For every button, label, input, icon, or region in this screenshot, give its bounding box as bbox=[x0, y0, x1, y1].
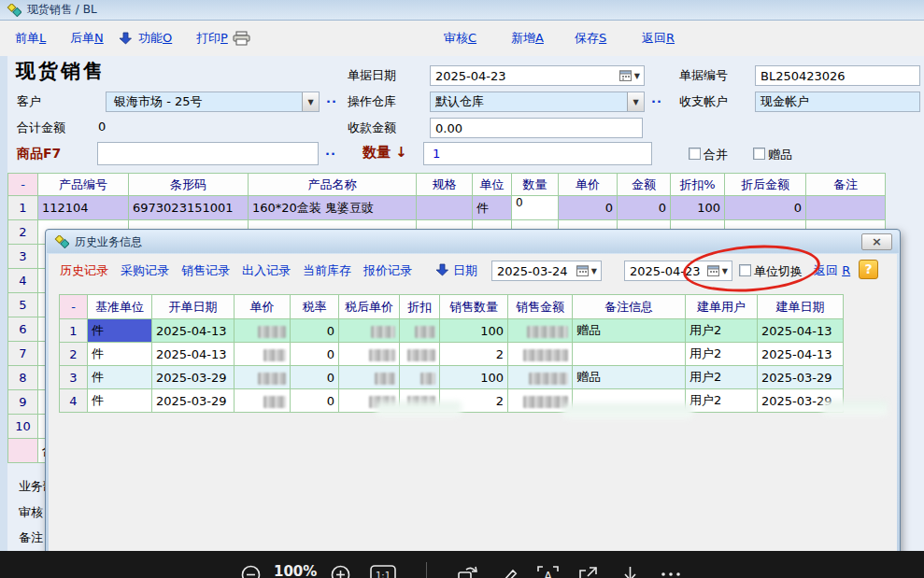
product-input[interactable] bbox=[97, 142, 319, 165]
calendar-icon[interactable]: ▼ bbox=[576, 265, 601, 276]
grid-cell[interactable]: 0 bbox=[291, 319, 339, 343]
zoom-in-icon[interactable] bbox=[331, 565, 350, 578]
grid-cell[interactable]: 0 bbox=[725, 196, 806, 220]
grid-cell[interactable]: 2 bbox=[440, 343, 508, 366]
merge-checkbox[interactable] bbox=[689, 148, 701, 160]
actual-size-icon[interactable]: 1:1 bbox=[370, 565, 396, 578]
grid-cell[interactable]: 件 bbox=[88, 389, 152, 413]
gift-checkbox[interactable] bbox=[753, 148, 765, 160]
censored-discount-cell[interactable] bbox=[400, 343, 440, 366]
row-number-cell[interactable]: 9 bbox=[8, 390, 38, 415]
censored-amount-cell[interactable] bbox=[508, 343, 573, 366]
qty-edit-cell[interactable]: 0 bbox=[512, 196, 559, 220]
row-number-cell[interactable]: 4 bbox=[60, 389, 88, 413]
row-number-cell[interactable]: 2 bbox=[8, 220, 38, 245]
grid-cell[interactable]: 100 bbox=[440, 366, 508, 389]
received-amount-field[interactable]: 0.00 bbox=[430, 118, 643, 138]
share-icon[interactable] bbox=[577, 565, 599, 578]
row-number-cell[interactable]: 10 bbox=[8, 415, 38, 439]
account-field[interactable]: 现金帐户 bbox=[755, 92, 920, 112]
tab-purchase-records[interactable]: 采购记录 bbox=[121, 262, 169, 279]
grid-cell[interactable]: 0 bbox=[291, 343, 339, 366]
grid-cell[interactable]: 2025-04-13 bbox=[758, 343, 844, 366]
grid-cell[interactable]: 件 bbox=[473, 196, 512, 220]
row-number-cell[interactable]: 3 bbox=[8, 245, 38, 269]
customer-more-button[interactable]: .. bbox=[326, 92, 337, 106]
grid-cell[interactable]: 赠品 bbox=[573, 366, 686, 389]
grid-cell[interactable]: 0 bbox=[618, 196, 671, 220]
row-number-cell[interactable]: 5 bbox=[8, 293, 38, 317]
calendar-icon[interactable]: ▼ bbox=[619, 70, 644, 81]
zoom-out-icon[interactable] bbox=[241, 565, 261, 578]
selected-unit-cell[interactable]: 件 bbox=[88, 319, 152, 343]
grid-cell[interactable]: 件 bbox=[88, 343, 152, 366]
doc-date-field[interactable]: 2025-04-23 ▼ bbox=[430, 65, 645, 86]
censored-price-cell[interactable] bbox=[235, 343, 291, 366]
warehouse-dropdown[interactable]: 默认仓库 ▼ bbox=[430, 92, 645, 112]
function-menu-button[interactable]: 功能O bbox=[138, 30, 172, 47]
next-doc-button[interactable]: 后单N bbox=[70, 30, 104, 47]
download-icon[interactable] bbox=[620, 565, 640, 578]
customer-dropdown-arrow[interactable]: ▼ bbox=[302, 92, 319, 111]
edit-pencil-icon[interactable] bbox=[500, 565, 520, 578]
grid-cell[interactable] bbox=[806, 196, 886, 220]
grid-cell[interactable]: 100 bbox=[671, 196, 725, 220]
censored-discount-cell[interactable] bbox=[400, 319, 440, 343]
grid-cell[interactable]: 2025-03-29 bbox=[152, 389, 235, 413]
dialog-close-button[interactable]: × bbox=[861, 233, 892, 250]
tab-current-stock[interactable]: 当前库存 bbox=[303, 262, 351, 279]
grid-cell[interactable]: 100 bbox=[440, 319, 508, 343]
qty-input[interactable]: 1 bbox=[423, 142, 652, 165]
grid-cell[interactable]: 0 bbox=[291, 389, 339, 413]
censored-aftertax-cell[interactable] bbox=[339, 366, 400, 389]
censored-amount-cell[interactable] bbox=[508, 319, 573, 343]
grid-cell[interactable]: 2025-04-13 bbox=[758, 319, 844, 343]
new-button[interactable]: 新增A bbox=[511, 30, 544, 47]
grid-cell[interactable]: 0 bbox=[291, 366, 339, 389]
print-button[interactable]: 打印P bbox=[196, 30, 228, 47]
product-more-button[interactable]: .. bbox=[325, 144, 336, 158]
grid-cell[interactable]: 160*20盒装 鬼婆豆豉 bbox=[249, 196, 417, 220]
row-number-cell[interactable]: 4 bbox=[8, 269, 38, 293]
grid-cell[interactable] bbox=[573, 343, 686, 366]
grid-cell[interactable]: 2025-03-29 bbox=[152, 366, 235, 389]
censored-discount-cell[interactable] bbox=[400, 366, 440, 389]
row-number-cell[interactable]: 2 bbox=[60, 343, 88, 366]
row-number-cell[interactable]: 7 bbox=[8, 342, 38, 366]
return-button[interactable]: 返回R bbox=[642, 30, 675, 47]
tab-sales-records[interactable]: 销售记录 bbox=[181, 262, 230, 279]
censored-aftertax-cell[interactable] bbox=[339, 319, 400, 343]
grid-cell[interactable]: 112104 bbox=[38, 196, 129, 220]
grid-cell[interactable]: 件 bbox=[88, 366, 152, 389]
rotate-icon[interactable] bbox=[457, 565, 478, 578]
tab-quote-records[interactable]: 报价记录 bbox=[363, 262, 412, 279]
censored-price-cell[interactable] bbox=[235, 366, 291, 389]
censored-amount-cell[interactable] bbox=[508, 366, 573, 389]
warehouse-more-button[interactable]: .. bbox=[651, 92, 662, 106]
text-recognition-icon[interactable]: A bbox=[536, 565, 560, 578]
grid-cell[interactable]: 2025-04-13 bbox=[152, 343, 235, 366]
grid-cell[interactable]: 0 bbox=[559, 196, 618, 220]
help-button[interactable]: ? bbox=[859, 260, 878, 279]
censored-price-cell[interactable] bbox=[235, 319, 291, 343]
row-number-cell[interactable]: 8 bbox=[8, 366, 38, 390]
grid-cell[interactable]: 赠品 bbox=[573, 319, 686, 343]
save-button[interactable]: 保存S bbox=[575, 30, 606, 47]
grid-cell[interactable]: 2025-03-29 bbox=[758, 366, 844, 389]
grid-cell[interactable]: 用户2 bbox=[686, 389, 758, 413]
censored-aftertax-cell[interactable] bbox=[339, 343, 400, 366]
more-options-icon[interactable] bbox=[660, 565, 682, 578]
tab-history-records[interactable]: 历史记录 bbox=[60, 262, 108, 279]
row-number-cell[interactable]: 6 bbox=[8, 317, 38, 342]
prev-doc-button[interactable]: 前单L bbox=[15, 30, 46, 47]
grid-cell[interactable]: 用户2 bbox=[686, 366, 758, 389]
date-from-field[interactable]: 2025-03-24 ▼ bbox=[491, 261, 602, 281]
row-number-cell[interactable]: 1 bbox=[8, 196, 38, 220]
zoom-level-label[interactable]: 100% bbox=[274, 563, 317, 578]
customer-dropdown[interactable]: 银海市场 - 25号 ▼ bbox=[106, 92, 320, 112]
grid-cell[interactable]: 2025-04-13 bbox=[152, 319, 235, 343]
row-number-cell[interactable]: 1 bbox=[60, 319, 88, 343]
doc-no-field[interactable]: BL250423026 bbox=[755, 65, 920, 86]
warehouse-dropdown-arrow[interactable]: ▼ bbox=[627, 92, 644, 111]
row-number-cell[interactable]: 3 bbox=[60, 366, 88, 389]
